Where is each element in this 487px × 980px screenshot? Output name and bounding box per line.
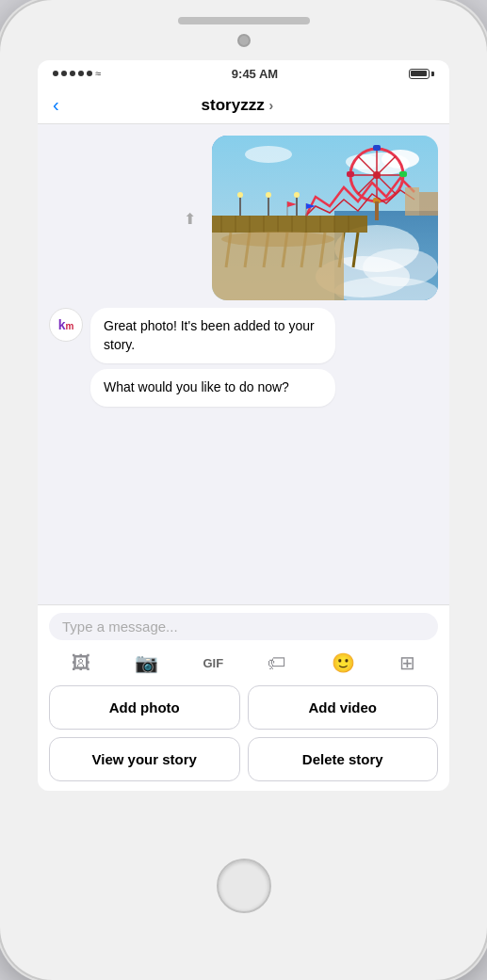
battery-tip <box>431 72 434 76</box>
screen: ≈ 9:45 AM ‹ storyzzz › ⬆ <box>38 60 449 791</box>
signal-dot-5 <box>87 71 92 76</box>
home-button[interactable] <box>217 859 271 913</box>
svg-point-51 <box>266 192 271 198</box>
svg-rect-40 <box>347 171 354 177</box>
bot-bubble-1: Great photo! It's been added to your sto… <box>90 308 335 363</box>
upload-icon: ⬆ <box>184 209 196 227</box>
camera-icon[interactable]: 📷 <box>135 651 158 674</box>
back-button[interactable]: ‹ <box>53 94 59 116</box>
message-placeholder: Type a message... <box>62 619 178 635</box>
emoji-icon[interactable]: 🙂 <box>332 651 355 674</box>
svg-rect-41 <box>375 201 379 220</box>
add-video-button[interactable]: Add video <box>248 685 439 730</box>
svg-point-53 <box>294 192 300 198</box>
toolbar-row: 🖼 📷 GIF 🏷 🙂 ⊞ <box>49 648 438 680</box>
nav-title: storyzzz › <box>71 96 404 115</box>
status-time: 9:45 AM <box>232 67 278 81</box>
svg-rect-42 <box>405 187 419 216</box>
svg-point-4 <box>245 146 292 163</box>
wifi-icon: ≈ <box>95 68 101 79</box>
camera-row <box>237 34 251 47</box>
svg-rect-37 <box>373 145 381 151</box>
bot-messages: Great photo! It's been added to your sto… <box>90 308 335 407</box>
sticker-icon[interactable]: 🏷 <box>268 652 286 674</box>
front-camera <box>237 34 251 47</box>
signal-dot-2 <box>61 71 67 76</box>
image-icon[interactable]: 🖼 <box>72 652 90 674</box>
input-area: Type a message... 🖼 📷 GIF 🏷 🙂 ⊞ <box>38 604 449 685</box>
signal-dot-1 <box>53 71 58 76</box>
svg-point-30 <box>221 232 334 247</box>
svg-rect-38 <box>399 171 407 177</box>
nav-chevron: › <box>268 98 273 113</box>
signal-dot-3 <box>70 71 75 76</box>
bot-logo: km <box>58 317 74 332</box>
speaker <box>178 17 310 24</box>
battery-icon <box>409 69 434 79</box>
signal-area: ≈ <box>53 68 101 79</box>
gif-icon[interactable]: GIF <box>203 656 223 670</box>
battery-fill <box>411 71 427 76</box>
view-story-button[interactable]: View your story <box>49 737 240 781</box>
chat-area: ⬆ <box>38 124 449 604</box>
message-input-row[interactable]: Type a message... <box>49 613 438 640</box>
nav-bar: ‹ storyzzz › <box>38 87 449 124</box>
home-button-area <box>217 791 271 980</box>
grid-icon[interactable]: ⊞ <box>399 651 415 674</box>
status-bar: ≈ 9:45 AM <box>38 60 449 87</box>
action-buttons-grid: Add photo Add video View your story Dele… <box>38 685 449 791</box>
svg-point-49 <box>237 192 243 198</box>
bot-bubble-2: What would you like to do now? <box>90 369 335 407</box>
image-message: ⬆ <box>49 136 438 300</box>
bot-message-row: km Great photo! It's been added to your … <box>49 308 438 407</box>
pier-photo <box>212 136 438 300</box>
battery-body <box>409 69 430 79</box>
svg-rect-43 <box>419 192 438 216</box>
bot-avatar: km <box>49 308 83 342</box>
add-photo-button[interactable]: Add photo <box>49 685 240 730</box>
phone-frame: ≈ 9:45 AM ‹ storyzzz › ⬆ <box>0 0 487 980</box>
delete-story-button[interactable]: Delete story <box>248 737 439 781</box>
signal-dot-4 <box>78 71 84 76</box>
